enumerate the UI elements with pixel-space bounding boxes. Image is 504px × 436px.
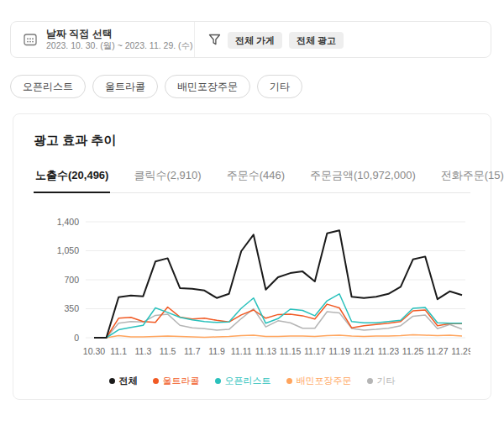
legend-label: 오픈리스트: [225, 375, 271, 387]
ad-type-chip[interactable]: 울트라콜: [92, 75, 158, 98]
filter-bar: 날짜 직접 선택 2023. 10. 30. (월) ~ 2023. 11. 2…: [10, 21, 491, 58]
metric-tabs: 노출수(20,496)클릭수(2,910)주문수(446)주문금액(10,972…: [34, 161, 470, 193]
chart-legend: 전체울트라콜오픈리스트배민포장주문기타: [34, 375, 470, 387]
legend-item[interactable]: 오픈리스트: [215, 375, 271, 387]
date-range-selector[interactable]: 날짜 직접 선택 2023. 10. 30. (월) ~ 2023. 11. 2…: [11, 22, 194, 57]
x-axis-tick: 10.30: [83, 346, 105, 356]
ad-type-chip[interactable]: 오픈리스트: [10, 75, 86, 98]
filter-summary[interactable]: 전체 가게전체 광고: [195, 22, 364, 57]
x-axis-tick: 11.23: [378, 346, 400, 356]
legend-item[interactable]: 기타: [367, 375, 396, 387]
legend-dot-icon: [367, 378, 373, 384]
x-axis-tick: 11.13: [255, 346, 277, 356]
date-select-title: 날짜 직접 선택: [46, 28, 193, 40]
chart-series-line: [94, 309, 462, 339]
legend-dot-icon: [153, 378, 159, 384]
legend-label: 울트라콜: [163, 375, 200, 387]
metric-tab[interactable]: 전화주문(15): [439, 161, 504, 193]
legend-label: 전체: [119, 375, 138, 387]
x-axis-tick: 11.9: [208, 346, 225, 356]
chart-series-line: [94, 335, 462, 338]
ad-type-chip[interactable]: 배민포장주문: [165, 75, 250, 98]
x-axis-tick: 11.5: [160, 346, 176, 356]
metric-tab[interactable]: 주문수(446): [225, 161, 286, 193]
ad-effect-card: 광고 효과 추이 노출수(20,496)클릭수(2,910)주문수(446)주문…: [13, 113, 491, 400]
x-axis-tick: 11.15: [280, 346, 302, 356]
metric-tab[interactable]: 노출수(20,496): [34, 161, 110, 193]
ad-type-chip[interactable]: 기타: [257, 75, 302, 98]
calendar-icon: [23, 32, 38, 47]
x-axis-tick: 11.3: [135, 346, 152, 356]
x-axis-tick: 11.7: [184, 346, 201, 356]
x-axis-tick: 11.21: [353, 346, 375, 356]
filter-badge: 전체 가게: [228, 32, 282, 49]
trend-chart-svg: 03507001,0501,40010.3011.111.311.511.711…: [34, 213, 470, 363]
trend-chart: 03507001,0501,40010.3011.111.311.511.711…: [34, 213, 470, 366]
filter-badges: 전체 가게전체 광고: [228, 32, 350, 47]
legend-dot-icon: [286, 378, 292, 384]
x-axis-tick: 11.17: [304, 346, 326, 356]
x-axis-tick: 11.29: [451, 346, 470, 356]
date-range-value: 2023. 10. 30. (월) ~ 2023. 11. 29. (수): [46, 40, 193, 51]
legend-dot-icon: [109, 378, 115, 384]
filter-badge: 전체 광고: [289, 32, 344, 49]
card-title: 광고 효과 추이: [34, 133, 470, 149]
y-axis-tick: 700: [64, 275, 79, 285]
legend-label: 배민포장주문: [297, 375, 352, 387]
y-axis-tick: 1,400: [57, 217, 79, 227]
y-axis-tick: 350: [64, 303, 79, 313]
metric-tab[interactable]: 주문금액(10,972,000): [308, 161, 417, 193]
legend-dot-icon: [215, 378, 221, 384]
legend-item[interactable]: 전체: [109, 375, 138, 387]
metric-tab[interactable]: 클릭수(2,910): [132, 161, 202, 193]
legend-item[interactable]: 배민포장주문: [286, 375, 352, 387]
x-axis-tick: 11.11: [231, 346, 252, 356]
x-axis-tick: 11.27: [427, 346, 449, 356]
x-axis-tick: 11.25: [402, 346, 424, 356]
legend-item[interactable]: 울트라콜: [153, 375, 200, 387]
legend-label: 기타: [377, 375, 396, 387]
x-axis-tick: 11.19: [328, 346, 350, 356]
x-axis-tick: 11.1: [110, 346, 127, 356]
filter-funnel-icon: [208, 34, 221, 46]
y-axis-tick: 0: [74, 333, 79, 343]
y-axis-tick: 1,050: [57, 245, 79, 255]
ad-type-chip-row: 오픈리스트울트라콜배민포장주문기타: [10, 75, 494, 98]
